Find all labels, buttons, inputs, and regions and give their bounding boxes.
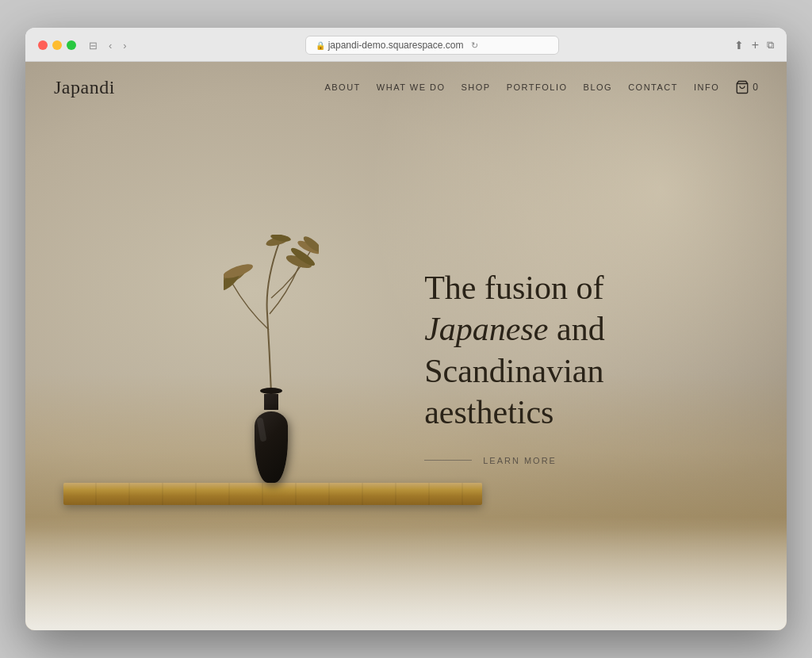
learn-more-line-decoration [424,460,472,461]
nav-link-info[interactable]: INFO [694,82,719,92]
cart-count: 0 [753,82,758,93]
minimize-button[interactable] [52,40,62,50]
hero-heading: The fusion of Japanese and Scandinavian … [424,267,726,434]
url-text: japandi-demo.squarespace.com [328,40,464,51]
fullscreen-button[interactable] [67,40,76,50]
vase-neck [264,394,278,410]
address-bar-container: 🔒 japandi-demo.squarespace.com ↻ [140,36,725,55]
new-tab-button[interactable]: + [752,38,759,52]
nav-link-portfolio[interactable]: PORTFOLIO [507,82,568,92]
vase-with-plant [224,235,319,483]
back-button[interactable]: ‹ [105,38,115,53]
nav-link-blog[interactable]: BLOG [584,82,613,92]
forward-button[interactable]: › [120,38,129,53]
share-button[interactable]: ⬆ [734,39,744,52]
learn-more-label: LEARN MORE [483,456,557,465]
browser-window: ⊟ ‹ › 🔒 japandi-demo.squarespace.com ↻ ⬆… [25,28,787,630]
plant-stems [224,235,319,393]
site-logo[interactable]: Japandi [54,77,115,98]
windows-button[interactable]: ⧉ [767,39,774,52]
reload-icon[interactable]: ↻ [471,40,478,51]
navigation: Japandi ABOUT WHAT WE DO SHOP PORTFOLIO … [25,62,787,113]
close-button[interactable] [38,40,48,50]
lock-icon: 🔒 [316,41,325,50]
cart-button[interactable]: 0 [735,80,758,94]
nav-link-about[interactable]: ABOUT [324,82,360,92]
hero-text-block: The fusion of Japanese and Scandinavian … [424,267,726,465]
learn-more-button[interactable]: LEARN MORE [424,456,726,465]
browser-actions: ⬆ + ⧉ [734,38,774,52]
sidebar-toggle[interactable]: ⊟ [86,38,101,53]
cart-icon [735,80,749,94]
nav-links: ABOUT WHAT WE DO SHOP PORTFOLIO BLOG CON… [324,82,719,92]
nav-link-shop[interactable]: SHOP [462,82,491,92]
nav-link-what-we-do[interactable]: WHAT WE DO [377,82,446,92]
address-bar[interactable]: 🔒 japandi-demo.squarespace.com ↻ [305,36,559,55]
wooden-shelf [63,483,482,505]
browser-chrome: ⊟ ‹ › 🔒 japandi-demo.squarespace.com ↻ ⬆… [25,28,787,62]
vase-body [255,411,288,483]
browser-controls: ⊟ ‹ › [86,38,130,53]
bed-area [25,517,787,630]
nav-link-contact[interactable]: CONTACT [628,82,678,92]
traffic-lights [38,40,76,50]
website-content: Japandi ABOUT WHAT WE DO SHOP PORTFOLIO … [25,62,787,630]
